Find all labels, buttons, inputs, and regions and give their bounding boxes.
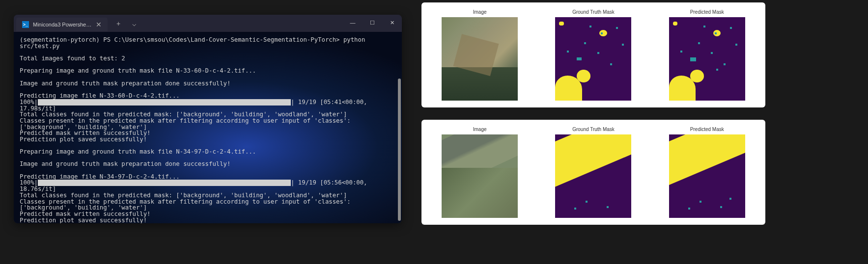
output-line: Classes present in the predicted mask af… <box>20 117 354 131</box>
plot-title-image: Image <box>473 127 487 132</box>
output-line: Predicting image file N-33-60-D-c-4-2.ti… <box>20 92 180 99</box>
plot-title-pred: Predicted Mask <box>690 9 724 15</box>
output-line: Image and ground truth mask preparation … <box>20 80 230 87</box>
plot-cell-pred: Predicted Mask <box>669 9 745 101</box>
plot-row-2: Image Ground Truth Mask Predicted Mask <box>421 120 765 225</box>
plot-title-gt: Ground Truth Mask <box>572 127 615 132</box>
tab-title: Miniconda3 Powershell 7 Pro <box>33 22 92 27</box>
pred-mask-2 <box>669 134 745 218</box>
pred-mask-1 <box>669 17 745 101</box>
prompt: (segmentation-pytorch) PS C:\Users\smsou… <box>20 223 340 223</box>
output-line: Predicting image file N-34-97-D-c-2-4.ti… <box>20 173 180 180</box>
plot-cell-pred: Predicted Mask <box>669 127 745 218</box>
plot-title-pred: Predicted Mask <box>690 127 724 132</box>
powershell-icon: >_ <box>22 21 29 28</box>
plot-title-gt: Ground Truth Mask <box>572 9 615 15</box>
aerial-image-1 <box>442 17 518 101</box>
gt-mask-2 <box>555 134 631 218</box>
terminal-tab[interactable]: >_ Miniconda3 Powershell 7 Pro ✕ <box>16 18 108 31</box>
output-line: Prediction plot saved successfully! <box>20 136 147 143</box>
tab-close-button[interactable]: ✕ <box>96 21 102 28</box>
progress-percent: 100%| <box>20 99 38 106</box>
output-line: Image and ground truth mask preparation … <box>20 160 230 167</box>
output-line: Preparing image and ground truth mask fi… <box>20 67 256 74</box>
plot-cell-image: Image <box>442 127 518 218</box>
output-line: Classes present in the predicted mask af… <box>20 198 354 211</box>
new-tab-button[interactable]: + <box>112 18 124 29</box>
maximize-button[interactable]: ☐ <box>363 15 382 30</box>
tab-actions: + ⌵ <box>112 18 140 29</box>
title-bar: >_ Miniconda3 Powershell 7 Pro ✕ + ⌵ — ☐… <box>14 15 402 32</box>
prompt: (segmentation-pytorch) PS C:\Users\smsou… <box>20 36 340 43</box>
aerial-image-2 <box>442 134 518 218</box>
output-line: Preparing image and ground truth mask fi… <box>20 148 256 155</box>
plot-row-1: Image Ground Truth Mask Predic <box>421 2 765 107</box>
tab-dropdown-button[interactable]: ⌵ <box>128 18 140 29</box>
plots-panel: Image Ground Truth Mask Predic <box>421 2 765 262</box>
minimize-button[interactable]: — <box>343 15 363 30</box>
plot-cell-gt: Ground Truth Mask <box>555 9 631 101</box>
output-line: Prediction plot saved successfully! <box>20 217 147 223</box>
terminal-output[interactable]: (segmentation-pytorch) PS C:\Users\smsou… <box>14 32 402 223</box>
progress-bar <box>38 99 291 106</box>
window-controls: — ☐ ✕ <box>343 15 402 30</box>
plot-cell-image: Image <box>442 9 518 101</box>
progress-bar <box>38 180 291 186</box>
plot-title-image: Image <box>473 9 487 15</box>
gt-mask-1 <box>555 17 631 101</box>
close-button[interactable]: ✕ <box>382 15 402 30</box>
progress-percent: 100%| <box>20 179 38 186</box>
scrollbar[interactable] <box>398 79 401 221</box>
terminal-window: >_ Miniconda3 Powershell 7 Pro ✕ + ⌵ — ☐… <box>14 15 402 223</box>
plot-cell-gt: Ground Truth Mask <box>555 127 631 218</box>
output-line: Total images found to test: 2 <box>20 55 125 62</box>
